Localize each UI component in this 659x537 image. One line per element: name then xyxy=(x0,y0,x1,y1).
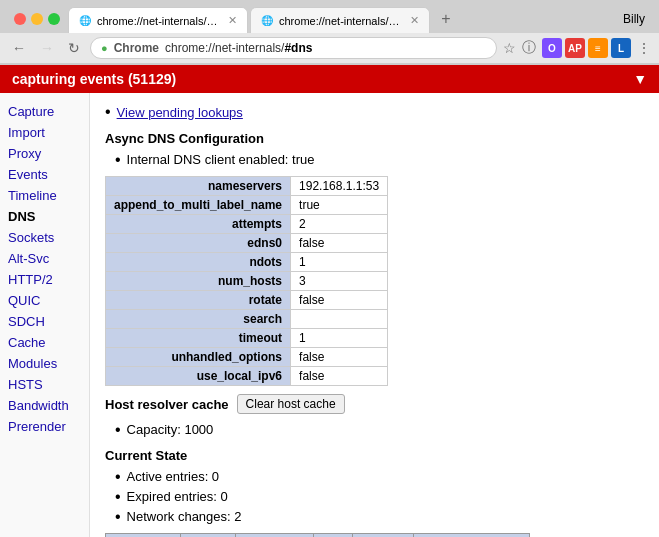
user-name: Billy xyxy=(623,12,653,26)
sidebar-item-proxy[interactable]: Proxy xyxy=(0,143,89,164)
tab-close-dns[interactable]: ✕ xyxy=(228,14,237,27)
dns-key-cell: append_to_multi_label_name xyxy=(106,196,291,215)
table-header: Network changes xyxy=(413,534,529,538)
menu-button[interactable]: ⋮ xyxy=(637,40,651,56)
sidebar-item-capture[interactable]: Capture xyxy=(0,101,89,122)
table-row: timeout1 xyxy=(106,329,388,348)
table-row: use_local_ipv6false xyxy=(106,367,388,386)
view-pending-row: • View pending lookups xyxy=(105,103,644,121)
dns-key-cell: unhandled_options xyxy=(106,348,291,367)
dns-value-cell: false xyxy=(291,367,388,386)
tab-title-sockets: chrome://net-internals/#sock xyxy=(279,15,404,27)
table-header: Expires xyxy=(353,534,413,538)
table-row: rotatefalse xyxy=(106,291,388,310)
state-item: Expired entries: 0 xyxy=(127,489,228,504)
sidebar-item-sockets[interactable]: Sockets xyxy=(0,227,89,248)
dns-key-cell: rotate xyxy=(106,291,291,310)
main-layout: Capture Import Proxy Events Timeline DNS… xyxy=(0,93,659,537)
info-button[interactable]: ⓘ xyxy=(522,39,536,57)
bullet-icon-2: • xyxy=(115,152,121,168)
bullet-icon: • xyxy=(105,103,111,121)
bullet-icon: • xyxy=(115,509,121,525)
dns-key-cell: attempts xyxy=(106,215,291,234)
dns-value-cell: 3 xyxy=(291,272,388,291)
sidebar-item-quic[interactable]: QUIC xyxy=(0,290,89,311)
internal-dns-text: Internal DNS client enabled: true xyxy=(127,152,315,167)
capacity-row: • Capacity: 1000 xyxy=(115,422,644,438)
tab-dns[interactable]: 🌐 chrome://net-internals/#dns ✕ xyxy=(68,7,248,33)
new-tab-button[interactable]: + xyxy=(432,5,460,33)
secure-icon: ● xyxy=(101,42,108,54)
event-banner: capturing events (51129) ▼ xyxy=(0,65,659,93)
sidebar-item-timeline[interactable]: Timeline xyxy=(0,185,89,206)
tab-bar-area: 🌐 chrome://net-internals/#dns ✕ 🌐 chrome… xyxy=(0,0,659,65)
banner-chevron[interactable]: ▼ xyxy=(633,71,647,87)
sidebar-item-altsvc[interactable]: Alt-Svc xyxy=(0,248,89,269)
data-table: HostnameFamilyAddressesTTLExpiresNetwork… xyxy=(105,533,530,537)
view-pending-link[interactable]: View pending lookups xyxy=(117,105,243,120)
ext-icon-4[interactable]: L xyxy=(611,38,631,58)
bullet-icon: • xyxy=(115,489,121,505)
ext-icon-1[interactable]: O xyxy=(542,38,562,58)
capacity-text: Capacity: 1000 xyxy=(127,422,214,437)
internal-dns-row: • Internal DNS client enabled: true xyxy=(115,152,644,168)
list-item: •Expired entries: 0 xyxy=(115,489,644,505)
content-area: • View pending lookups Async DNS Configu… xyxy=(90,93,659,537)
table-row: unhandled_optionsfalse xyxy=(106,348,388,367)
table-header: Family xyxy=(181,534,236,538)
list-item: •Network changes: 2 xyxy=(115,509,644,525)
sidebar-item-http2[interactable]: HTTP/2 xyxy=(0,269,89,290)
sidebar-item-events[interactable]: Events xyxy=(0,164,89,185)
dns-key-cell: timeout xyxy=(106,329,291,348)
current-state-heading: Current State xyxy=(105,448,644,463)
banner-text: capturing events (51129) xyxy=(12,71,176,87)
address-hash: #dns xyxy=(284,41,312,55)
dns-key-cell: edns0 xyxy=(106,234,291,253)
sidebar-item-cache[interactable]: Cache xyxy=(0,332,89,353)
dns-key-cell: num_hosts xyxy=(106,272,291,291)
refresh-button[interactable]: ↻ xyxy=(64,38,84,58)
ext-icon-3[interactable]: ≡ xyxy=(588,38,608,58)
table-row: attempts2 xyxy=(106,215,388,234)
sidebar-item-import[interactable]: Import xyxy=(0,122,89,143)
state-item: Active entries: 0 xyxy=(127,469,220,484)
sidebar-item-prerender[interactable]: Prerender xyxy=(0,416,89,437)
forward-button[interactable]: → xyxy=(36,38,58,58)
back-button[interactable]: ← xyxy=(8,38,30,58)
table-row: append_to_multi_label_nametrue xyxy=(106,196,388,215)
nav-bar: ← → ↻ ● Chrome chrome://net-internals/#d… xyxy=(0,33,659,64)
host-resolver-label: Host resolver cache xyxy=(105,397,229,412)
dns-key-cell: use_local_ipv6 xyxy=(106,367,291,386)
sidebar-item-dns: DNS xyxy=(0,206,89,227)
tab-close-sockets[interactable]: ✕ xyxy=(410,14,419,27)
dns-config-table: nameservers192.168.1.1:53append_to_multi… xyxy=(105,176,388,386)
host-resolver-row: Host resolver cache Clear host cache xyxy=(105,394,644,414)
address-bar[interactable]: ● Chrome chrome://net-internals/#dns xyxy=(90,37,497,59)
dns-value-cell: 2 xyxy=(291,215,388,234)
minimize-dot[interactable] xyxy=(31,13,43,25)
dns-value-cell: false xyxy=(291,348,388,367)
dns-value-cell: 192.168.1.1:53 xyxy=(291,177,388,196)
dns-value-cell: false xyxy=(291,234,388,253)
ext-icon-2[interactable]: AP xyxy=(565,38,585,58)
tab-sockets[interactable]: 🌐 chrome://net-internals/#sock ✕ xyxy=(250,7,430,33)
table-row: edns0false xyxy=(106,234,388,253)
sidebar-item-sdch[interactable]: SDCH xyxy=(0,311,89,332)
dns-value-cell: false xyxy=(291,291,388,310)
sidebar-item-bandwidth[interactable]: Bandwidth xyxy=(0,395,89,416)
star-button[interactable]: ☆ xyxy=(503,40,516,56)
maximize-dot[interactable] xyxy=(48,13,60,25)
close-dot[interactable] xyxy=(14,13,26,25)
dns-key-cell: ndots xyxy=(106,253,291,272)
tab-favicon-sockets: 🌐 xyxy=(261,15,273,26)
tab-favicon-dns: 🌐 xyxy=(79,15,91,26)
dns-value-cell: true xyxy=(291,196,388,215)
dns-key-cell: nameservers xyxy=(106,177,291,196)
sidebar-item-modules[interactable]: Modules xyxy=(0,353,89,374)
table-header: Addresses xyxy=(236,534,314,538)
bullet-icon-3: • xyxy=(115,422,121,438)
table-row: nameservers192.168.1.1:53 xyxy=(106,177,388,196)
clear-cache-button[interactable]: Clear host cache xyxy=(237,394,345,414)
sidebar-item-hsts[interactable]: HSTS xyxy=(0,374,89,395)
table-header: TTL xyxy=(314,534,353,538)
